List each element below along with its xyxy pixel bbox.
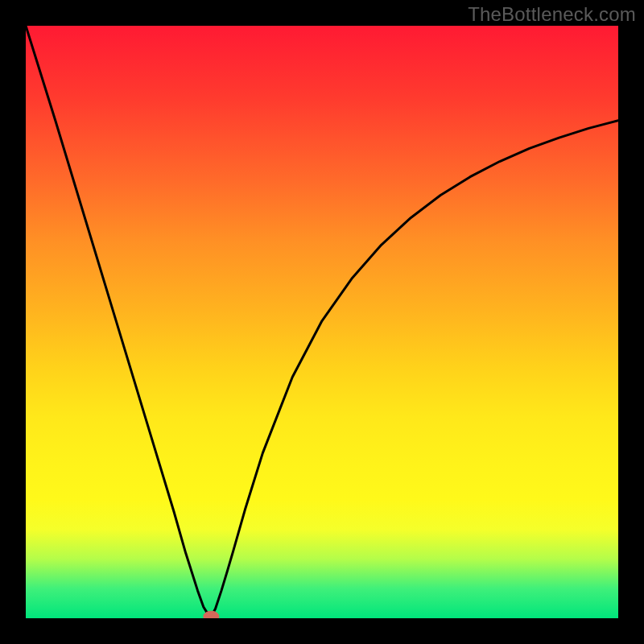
chart-frame: TheBottleneck.com [0, 0, 644, 644]
curve-right [211, 121, 618, 617]
plot-area [26, 26, 618, 618]
minimum-marker [204, 611, 219, 618]
attribution-label: TheBottleneck.com [468, 3, 636, 26]
chart-svg [26, 26, 618, 618]
curve-left [26, 26, 211, 617]
